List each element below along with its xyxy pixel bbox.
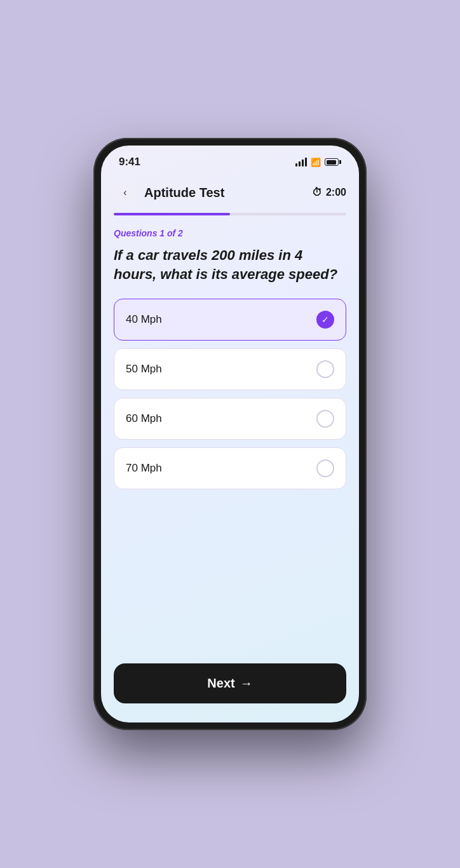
question-label: Questions 1 of 2 bbox=[114, 228, 346, 238]
option-d-label: 70 Mph bbox=[126, 462, 162, 475]
phone-frame: 9:41 📶 ‹ Aptitude Test bbox=[93, 138, 367, 730]
timer-icon: ⏱ bbox=[312, 187, 322, 198]
option-a-radio: ✓ bbox=[316, 311, 334, 329]
signal-icon bbox=[295, 158, 307, 166]
next-button[interactable]: Next → bbox=[114, 663, 346, 703]
back-icon: ‹ bbox=[123, 187, 126, 198]
content-area: Questions 1 of 2 If a car travels 200 mi… bbox=[101, 215, 359, 653]
option-a-label: 40 Mph bbox=[126, 313, 162, 326]
footer: Next → bbox=[101, 653, 359, 722]
option-a[interactable]: 40 Mph ✓ bbox=[114, 299, 346, 341]
option-b[interactable]: 50 Mph bbox=[114, 348, 346, 390]
option-d-radio bbox=[316, 459, 334, 477]
option-b-label: 50 Mph bbox=[126, 363, 162, 376]
header: ‹ Aptitude Test ⏱ 2:00 bbox=[101, 173, 359, 204]
battery-icon bbox=[325, 158, 341, 166]
timer: ⏱ 2:00 bbox=[312, 187, 346, 198]
header-left: ‹ Aptitude Test bbox=[114, 181, 224, 204]
status-time: 9:41 bbox=[119, 156, 140, 168]
phone-screen: 9:41 📶 ‹ Aptitude Test bbox=[101, 146, 359, 722]
option-c-radio bbox=[316, 410, 334, 428]
question-text: If a car travels 200 miles in 4 hours, w… bbox=[114, 246, 346, 283]
next-arrow-icon: → bbox=[240, 676, 253, 691]
option-d[interactable]: 70 Mph bbox=[114, 447, 346, 489]
timer-value: 2:00 bbox=[326, 187, 346, 198]
option-c[interactable]: 60 Mph bbox=[114, 398, 346, 440]
back-button[interactable]: ‹ bbox=[114, 181, 137, 204]
progress-bar-container bbox=[101, 204, 359, 215]
options-list: 40 Mph ✓ 50 Mph 60 Mph 70 Mph bbox=[114, 299, 346, 489]
next-button-label: Next bbox=[207, 676, 234, 691]
option-b-radio bbox=[316, 360, 334, 378]
status-bar: 9:41 📶 bbox=[101, 146, 359, 173]
page-title: Aptitude Test bbox=[144, 186, 224, 200]
status-icons: 📶 bbox=[295, 158, 341, 167]
option-c-label: 60 Mph bbox=[126, 412, 162, 425]
wifi-icon: 📶 bbox=[311, 158, 321, 167]
